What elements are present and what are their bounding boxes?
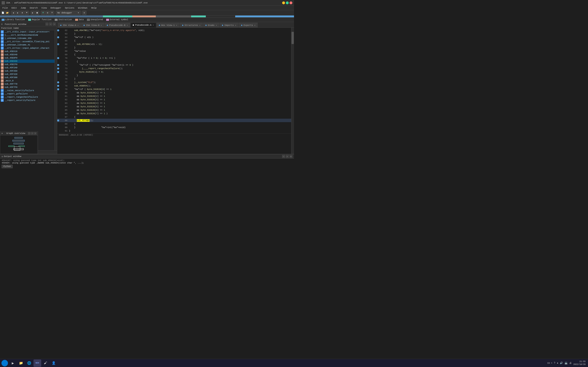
tab-close-7[interactable]: ✕ (235, 24, 236, 26)
function-item-0[interactable]: f__crt_stdio_input::input_processor< (0, 30, 54, 33)
menu-search[interactable]: Search (28, 6, 39, 9)
toolbar-back[interactable]: ◀ (11, 11, 15, 15)
functions-close-btn[interactable]: ✕ (53, 23, 56, 25)
function-item-6[interactable]: fsub_45E610 (0, 50, 54, 53)
function-item-17[interactable]: fsub_45F7F0 (0, 86, 54, 89)
code-line-71: 71 { (57, 60, 291, 63)
code-scrollbar[interactable] (291, 28, 294, 154)
toolbar-down[interactable]: ▼ (25, 11, 29, 15)
code-line-63: 63 } (57, 32, 291, 35)
function-item-16[interactable]: fsub_45F770 (0, 82, 54, 86)
code-area[interactable]: 62 sub_45A7BE(("kw">int)"sorry,n error,t… (57, 28, 291, 154)
toolbar-stop[interactable]: ⏹ (35, 11, 39, 15)
function-item-10[interactable]: fsub_45ECF0 (0, 63, 54, 66)
graph-close-btn[interactable]: ✕ (34, 132, 36, 134)
python-button[interactable]: Python (2, 165, 13, 168)
legend-regular-label: Regular function (32, 18, 52, 21)
code-line-90: 90 } "kw">int("kw">void) (57, 125, 291, 129)
tab-hexview-1[interactable]: Hex View-1✕ (156, 23, 180, 27)
function-item-12[interactable]: fsub_45F2E0 (0, 69, 54, 73)
line-content-67: } (69, 47, 76, 49)
tab-idaview-a[interactable]: IDA View-A✕ (58, 23, 81, 27)
tab-close-2[interactable]: ✕ (127, 24, 128, 26)
toolbar-up[interactable]: ▲ (20, 11, 24, 15)
functions-max-btn[interactable]: ▪ (49, 23, 52, 25)
function-icon-1: f (1, 34, 4, 36)
tab-pseudocode-a[interactable]: Pseudocode-A✕ (130, 23, 156, 27)
tab-structures[interactable]: Structures✕ (180, 23, 203, 27)
line-number-74: 74 (60, 71, 67, 73)
function-item-18[interactable]: f__raise_securityfailure (0, 89, 54, 92)
function-item-20[interactable]: f__report_rangecheckfailure (0, 95, 54, 99)
function-name-4: j_unknown_libname_41 (4, 44, 30, 46)
function-item-14[interactable]: fsub_45F390 (0, 76, 54, 79)
output-close-btn[interactable]: ✕ (290, 155, 292, 158)
tab-dot-3 (133, 25, 134, 26)
tab-close-3[interactable]: ✕ (153, 24, 154, 26)
tab-close-8[interactable]: ✕ (254, 24, 255, 26)
legend-data: Data (75, 18, 84, 21)
tab-close-5[interactable]: ✕ (199, 24, 200, 26)
toolbar-step-into[interactable]: A (41, 11, 45, 15)
tab-exports[interactable]: Exports✕ (239, 23, 258, 27)
function-item-19[interactable]: f__report_gsfailure (0, 92, 54, 95)
scroll-thumb[interactable] (292, 32, 294, 44)
function-item-11[interactable]: fsub_45F2A0 (0, 66, 54, 69)
toolbar-new[interactable]: 📄 (1, 11, 5, 15)
output-float-btn[interactable]: □ (282, 155, 285, 158)
maximize-button[interactable] (286, 1, 289, 4)
toolbar-run[interactable]: ▶ (31, 11, 35, 15)
menu-windows[interactable]: Windows (76, 6, 89, 9)
toolbar-settings[interactable]: ⚙ (82, 11, 86, 15)
menu-edit[interactable]: Edit (10, 6, 18, 9)
code-line-62: 62 sub_45A7BE(("kw">int)"sorry,n error,t… (57, 29, 291, 32)
function-item-21[interactable]: f__report_securityfailure (0, 99, 54, 102)
graph-float-btn[interactable]: □ (28, 132, 30, 134)
function-item-2[interactable]: fj_unknown_libname_359 (0, 37, 54, 40)
toolbar: 📄 📂 ◀ ▶ ▲ ▼ ▶ ⏹ A ⊞ H No debugger ▾ ⚙ (0, 10, 294, 16)
toolbar-graph[interactable]: ⊞ (45, 11, 50, 15)
line-dot-88 (57, 119, 59, 122)
line-number-85: 85 (60, 109, 67, 111)
graph-max-btn[interactable]: ▪ (31, 132, 34, 134)
functions-scrollbar[interactable] (54, 30, 57, 150)
menu-file[interactable]: File (1, 6, 9, 9)
function-item-7[interactable]: fsub_45E640 (0, 53, 54, 56)
function-item-4[interactable]: fj_unknown_libname_41 (0, 43, 54, 47)
close-button[interactable] (290, 1, 292, 4)
function-item-8[interactable]: fsub_45E8F0 (0, 56, 54, 59)
function-icon-14: f (1, 76, 4, 79)
menu-debugger[interactable]: Debugger (49, 6, 63, 9)
code-line-75: 75 } (57, 74, 291, 77)
toolbar-hex[interactable]: H (50, 11, 54, 15)
function-item-1[interactable]: fj____vcrt_GetModuleHandleW (0, 33, 54, 37)
tab-close-0[interactable]: ✕ (77, 24, 79, 26)
debugger-dropdown[interactable]: No debugger ▾ (56, 11, 80, 15)
menu-jump[interactable]: Jump (19, 6, 27, 9)
nav-segment-teal (103, 16, 132, 17)
function-item-15[interactable]: f_main_0 (0, 79, 54, 82)
tab-enums[interactable]: Enums✕ (203, 23, 219, 27)
tab-close-6[interactable]: ✕ (216, 24, 217, 26)
tab-close-1[interactable]: ✕ (101, 24, 102, 26)
tab-close-4[interactable]: ✕ (176, 24, 177, 26)
line-dot-74 (57, 71, 59, 73)
function-item-5[interactable]: f__crt_strtox::input_adapter_charact (0, 47, 54, 50)
code-line-76: 76 } (57, 77, 291, 81)
tab-pseudocode-b[interactable]: Pseudocode-B✕ (104, 23, 130, 27)
toolbar-fwd[interactable]: ▶ (16, 11, 20, 15)
tab-idaview-b[interactable]: IDA View-B✕ (81, 23, 104, 27)
menu-options[interactable]: Options (63, 6, 76, 9)
output-max-btn[interactable]: ▪ (286, 155, 289, 158)
function-item-9[interactable]: fsub_45E940 (0, 59, 54, 63)
menu-view[interactable]: View (40, 6, 48, 9)
toolbar-open[interactable]: 📂 (5, 11, 9, 15)
function-name-3: __crt_strtox::assemble_floating_poi (4, 40, 50, 43)
menu-help[interactable]: Help (89, 6, 98, 9)
functions-float-btn[interactable]: □ (45, 23, 48, 25)
tab-imports[interactable]: Imports✕ (220, 23, 238, 27)
function-item-3[interactable]: f__crt_strtox::assemble_floating_poi (0, 40, 54, 43)
minimize-button[interactable] (282, 1, 285, 4)
line-content-87: { (69, 116, 76, 118)
function-item-13[interactable]: fsub_45F320 (0, 73, 54, 76)
